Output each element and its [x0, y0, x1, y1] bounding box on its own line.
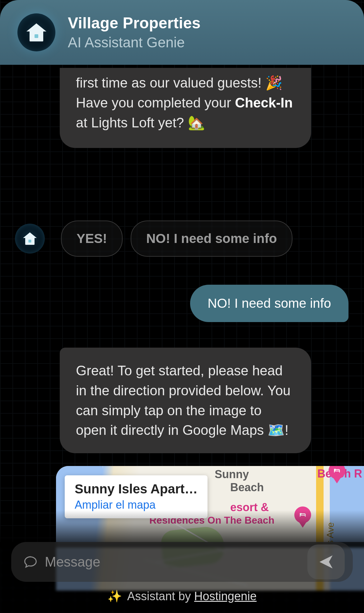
- bot-directions-text: Great! To get started, please head in th…: [76, 363, 291, 438]
- map-label-sunny: Sunny: [215, 468, 249, 481]
- bot-directions-post: !: [285, 422, 288, 438]
- user-message-text: NO! I need some info: [208, 296, 331, 311]
- bot-intro-bold: Check-In: [235, 95, 293, 110]
- party-popper-emoji: 🎉: [265, 75, 282, 90]
- speech-bubble-icon: [24, 555, 37, 569]
- map-callout-link[interactable]: Ampliar el mapa: [75, 498, 198, 511]
- bot-mini-avatar: [15, 224, 45, 254]
- bot-intro-q-pre: Have you completed your: [76, 95, 235, 110]
- bot-intro-tail: first time as our valued guests!: [76, 75, 265, 90]
- house-icon: [24, 232, 36, 245]
- send-button[interactable]: [307, 544, 345, 579]
- user-message: NO! I need some info: [190, 285, 348, 322]
- footer-prefix: Assistant by: [127, 590, 194, 603]
- quick-reply-row: YES! NO! I need some info: [15, 221, 292, 257]
- message-input[interactable]: Message: [45, 554, 300, 570]
- bot-message-directions: Great! To get started, please head in th…: [60, 348, 311, 453]
- bed-icon: [333, 466, 341, 475]
- quick-reply-yes[interactable]: YES!: [61, 221, 123, 257]
- message-input-row: Message: [11, 542, 353, 582]
- composer: Message ✨ Assistant by Hostingenie: [0, 542, 364, 613]
- message-placeholder: Message: [45, 554, 100, 569]
- chat-header: Village Properties AI Assistant Genie: [0, 0, 364, 65]
- header-subtitle: AI Assistant Genie: [68, 34, 201, 51]
- send-icon: [317, 553, 335, 571]
- bot-intro-q-post: at Lights Loft yet?: [76, 115, 188, 130]
- header-text: Village Properties AI Assistant Genie: [68, 14, 201, 51]
- sparkles-icon: ✨: [107, 590, 122, 603]
- house-icon: [27, 23, 45, 41]
- map-label-beach: Beach: [230, 481, 264, 494]
- footer-brand-link[interactable]: Hostingenie: [194, 590, 257, 603]
- header-title: Village Properties: [68, 14, 201, 32]
- footer: ✨ Assistant by Hostingenie: [11, 582, 353, 607]
- bot-message-intro: first time as our valued guests! 🎉 Have …: [60, 68, 311, 148]
- map-callout-title: Sunny Isles Apart…: [75, 482, 198, 497]
- quick-reply-no[interactable]: NO! I need some info: [131, 221, 292, 257]
- world-map-emoji: 🗺️: [268, 422, 285, 438]
- house-garden-emoji: 🏡: [188, 115, 205, 130]
- bot-avatar: [17, 13, 55, 51]
